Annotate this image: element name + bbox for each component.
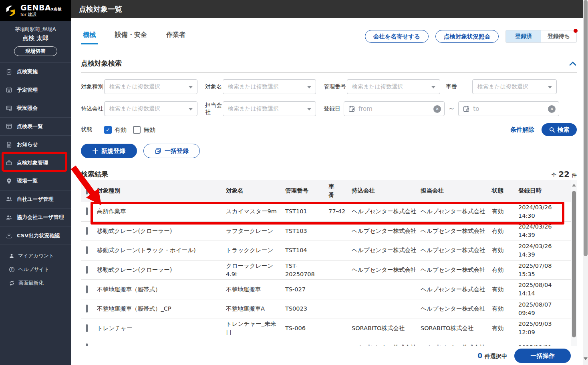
- row-checkbox[interactable]: [86, 246, 88, 254]
- tab-equipment-safety[interactable]: 設備・安全: [113, 30, 149, 43]
- tab-machines[interactable]: 機械: [81, 30, 98, 44]
- annotation-arrow: [67, 161, 105, 209]
- create-buttons-row: 新規登録 一括登録: [81, 144, 577, 158]
- results-count: 22: [558, 169, 570, 179]
- sidebar-item-checklist[interactable]: 点検表一覧: [0, 118, 71, 136]
- row-checkbox[interactable]: [86, 285, 88, 293]
- document-icon: [6, 141, 12, 148]
- scroll-down-arrow[interactable]: [584, 357, 588, 360]
- clear-date-from-icon[interactable]: ✕: [433, 105, 441, 113]
- row-checkbox[interactable]: [86, 266, 88, 274]
- caret-down-icon: [307, 108, 311, 110]
- bring-company-select[interactable]: 検索または複数選択: [104, 101, 197, 116]
- table-row[interactable]: 不整地運搬車（履帯式） 不整地運搬車 TS-027 ヘルプセンター株式会社 有効…: [81, 280, 577, 299]
- tab-workers[interactable]: 作業者: [164, 30, 187, 43]
- users-icon: [6, 196, 12, 203]
- clear-date-to-icon[interactable]: ✕: [548, 105, 556, 113]
- users-icon: [6, 214, 12, 221]
- clear-conditions-link[interactable]: 条件解除: [510, 126, 534, 134]
- field-label-code: 管理番号: [324, 83, 347, 90]
- bulk-operation-button[interactable]: 一括操作: [514, 349, 571, 363]
- new-registration-button[interactable]: 新規登録: [81, 144, 137, 158]
- code-select[interactable]: 検索または複数選択: [347, 79, 440, 94]
- calendar-icon: [6, 86, 12, 93]
- search-section-header: 点検対象検索: [81, 59, 577, 68]
- status-inquiry-button[interactable]: 点検対象状況照会: [435, 30, 499, 43]
- page-scrollbar: [583, 0, 588, 365]
- col-name: 対象名: [226, 187, 285, 195]
- name-select[interactable]: 検索または複数選択: [223, 79, 316, 94]
- search-row-3: 状態 ✓ 有効 無効 条件解除 検索: [81, 125, 577, 134]
- toggle-waiting[interactable]: 登録待ち: [541, 30, 576, 42]
- sidebar-item-refresh[interactable]: 画面最新化: [9, 276, 71, 290]
- caret-down-icon: [548, 86, 552, 88]
- table-row[interactable]: トレンチャー トレンチャー_未来日 TS-006 SORABITO株式会社 SO…: [81, 319, 577, 339]
- sidebar-item-notices[interactable]: お知らせ: [0, 136, 71, 154]
- sidebar-footer: マイアカウント ? ヘルプサイト 画面最新化: [0, 245, 71, 290]
- date-to-input[interactable]: to ✕: [458, 101, 559, 116]
- type-select[interactable]: 検索または複数選択: [104, 79, 197, 94]
- table-row[interactable]: ヘルプセンター株式会社 ヘルプセンター株式会社 2025/12/01: [81, 338, 577, 346]
- scroll-up-arrow[interactable]: [572, 184, 576, 187]
- date-from-input[interactable]: from ✕: [344, 101, 445, 116]
- annotation-highlight-sidebar-item: [2, 152, 67, 172]
- sidebar-item-my-account[interactable]: マイアカウント: [9, 249, 71, 263]
- caret-down-icon: [189, 108, 193, 110]
- field-label-bring: 持込会社: [81, 105, 104, 112]
- section-divider: [81, 72, 577, 72]
- status-active-label: 有効: [115, 126, 127, 134]
- merge-companies-button[interactable]: 会社を名寄せする: [365, 30, 429, 43]
- site-switch-button[interactable]: 現場切替: [14, 46, 57, 56]
- brand-suffix: x点検: [51, 7, 61, 11]
- table-row[interactable]: 移動式クレーン(トラック・ホイール) トラッククレーン TST104 ヘルプセン…: [81, 241, 577, 261]
- row-checkbox[interactable]: [86, 343, 88, 346]
- col-bring: 持込会社: [352, 187, 421, 195]
- bulk-registration-button[interactable]: 一括登録: [143, 144, 200, 158]
- row-checkbox[interactable]: [86, 227, 88, 235]
- tabs-row: 機械 設備・安全 作業者 会社を名寄せする 点検対象状況照会 登録済 登録待ち: [81, 30, 577, 44]
- caret-down-icon: [189, 86, 193, 88]
- table-row[interactable]: 不整地運搬車（履帯式）_CP 不整地運搬車A TS0023 ヘルプセンター株式会…: [81, 299, 577, 319]
- app-window: GENBAx点検 for 建設 茅場町駅前_現場A 点検 太郎 現場切替 点検実…: [0, 0, 588, 365]
- status-inquiry-icon: [6, 105, 12, 112]
- registration-toggle: 登録済 登録待ち: [505, 30, 577, 43]
- sidebar-item-inspection-run[interactable]: 点検実施: [0, 63, 71, 81]
- caret-down-icon: [307, 86, 311, 88]
- sidebar: GENBAx点検 for 建設 茅場町駅前_現場A 点検 太郎 現場切替 点検実…: [0, 0, 71, 365]
- toggle-registered[interactable]: 登録済: [506, 30, 541, 42]
- current-user: 点検 太郎: [2, 34, 68, 42]
- copy-stack-icon: [155, 148, 161, 154]
- col-type: 対象種別: [97, 187, 226, 195]
- sidebar-item-site-list[interactable]: 現場一覧: [0, 172, 71, 191]
- row-checkbox[interactable]: [86, 324, 88, 332]
- chevron-up-icon[interactable]: [569, 61, 577, 66]
- main-area: 点検対象一覧 機械 設備・安全 作業者 会社を名寄せする 点検対象状況照会 登録…: [71, 0, 583, 365]
- sidebar-item-own-users[interactable]: 自社ユーザ管理: [0, 191, 71, 209]
- search-section-title: 点検対象検索: [81, 59, 122, 68]
- col-code: 管理番号: [285, 187, 328, 195]
- status-inactive-label: 無効: [143, 126, 155, 134]
- selected-count: 0: [477, 352, 482, 360]
- page-scrollbar-thumb[interactable]: [584, 0, 588, 256]
- status-active-checkbox[interactable]: ✓: [104, 126, 112, 134]
- col-charge: 担当会社: [421, 187, 492, 195]
- search-row-1: 対象種別 検索または複数選択 対象名 検索または複数選択 管理番号 検索または複…: [81, 79, 577, 94]
- field-label-charge: 担当会社: [205, 102, 223, 116]
- charge-company-select[interactable]: 検索または複数選択: [223, 101, 316, 116]
- table-scrollbar-thumb[interactable]: [572, 191, 576, 337]
- status-inactive-checkbox[interactable]: [133, 126, 141, 134]
- row-checkbox[interactable]: [86, 305, 88, 313]
- sidebar-item-status-inquiry[interactable]: 状況照会: [0, 99, 71, 118]
- brand-logo: GENBAx点検 for 建設: [0, 0, 71, 21]
- sidebar-item-help-site[interactable]: ? ヘルプサイト: [9, 263, 71, 276]
- genba-logo-icon: [4, 4, 18, 18]
- caret-down-icon: [431, 86, 435, 88]
- sidebar-item-csv-export[interactable]: CSV出力状況確認: [0, 227, 71, 245]
- sidebar-item-partner-users[interactable]: 協力会社ユーザ管理: [0, 209, 71, 227]
- selected-suffix: 件選択中: [485, 353, 507, 359]
- sidebar-item-schedule[interactable]: 予定管理: [0, 81, 71, 100]
- search-button[interactable]: 検索: [542, 123, 577, 136]
- calendar-edit-icon: [348, 105, 355, 112]
- vehicle-select[interactable]: 検索または複数選択: [472, 79, 557, 94]
- table-row[interactable]: 移動式クレーン(クローラー) クローラクレーン4.9t TST-20250708…: [81, 261, 577, 280]
